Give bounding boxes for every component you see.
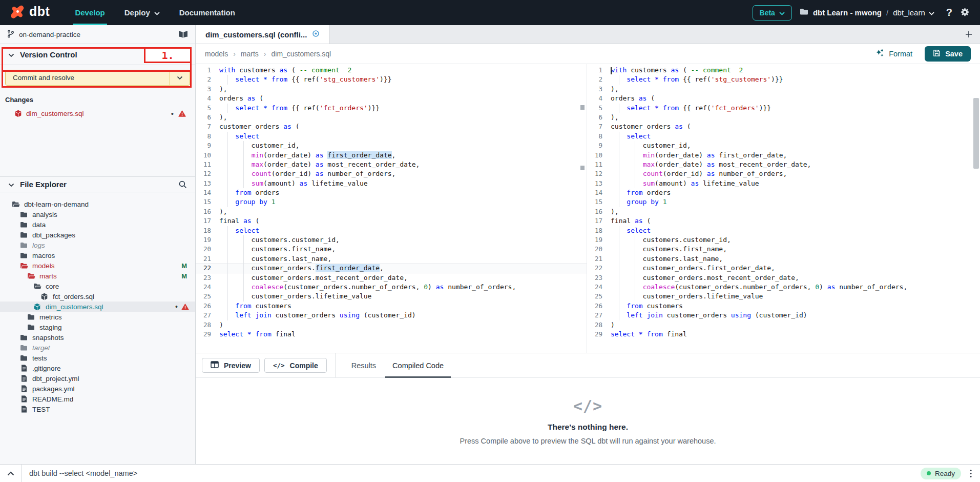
search-icon[interactable] (178, 180, 187, 189)
tree-item[interactable]: dbt-learn-on-demand (0, 199, 195, 209)
code-line[interactable]: 18 select (587, 226, 980, 235)
code-line[interactable]: 22 customer_orders.first_order_date, (587, 264, 980, 273)
code-line[interactable]: 10 min(order_date) as first_order_date, (196, 151, 587, 160)
code-line[interactable]: 25 customer_orders.lifetime_value (587, 292, 980, 301)
tree-item[interactable]: README.md (0, 394, 195, 404)
tree-item[interactable]: analysis (0, 209, 195, 219)
tree-item[interactable]: TEST (0, 404, 195, 414)
new-tab-plus-icon[interactable] (965, 31, 972, 38)
code-line[interactable]: 24 coalesce(customer_orders.number_of_or… (587, 283, 980, 292)
code-line[interactable]: 5 select * from {{ ref('fct_orders')}} (196, 104, 587, 113)
editor-tab-dim-customers[interactable]: dim_customers.sql (confli... (196, 25, 330, 44)
command-input[interactable]: dbt build --select <model_name> (29, 469, 137, 477)
code-line[interactable]: 11 max(order_date) as most_recent_order_… (587, 160, 980, 169)
code-line[interactable]: 29select * from final (587, 330, 980, 339)
tree-item[interactable]: metrics (0, 312, 195, 322)
nav-item-documentation[interactable]: Documentation (170, 0, 245, 25)
tree-item[interactable]: fct_orders.sql (0, 291, 195, 302)
tree-item[interactable]: martsM (0, 271, 195, 281)
code-line[interactable]: 7customer_orders as ( (196, 122, 587, 131)
tree-item[interactable]: snapshots (0, 332, 195, 343)
code-line[interactable]: 1with customers as ( -- comment 2 (587, 66, 980, 75)
code-line[interactable]: 21 customers.last_name, (196, 254, 587, 264)
code-line[interactable]: 27 left join customer_orders using (cust… (587, 311, 980, 320)
code-line[interactable]: 29select * from final (196, 330, 587, 339)
git-branch-row[interactable]: on-demand-practice (0, 25, 195, 44)
file-explorer-header[interactable]: File Explorer (0, 176, 195, 192)
tree-item[interactable]: tests (0, 353, 195, 363)
tree-item[interactable]: staging (0, 322, 195, 332)
code-line[interactable]: 4orders as ( (196, 94, 587, 103)
settings-gear-icon[interactable] (960, 8, 970, 17)
nav-item-develop[interactable]: Develop (65, 0, 114, 25)
code-line[interactable]: 9 customer_id, (587, 141, 980, 150)
code-line[interactable]: 17final as ( (587, 216, 980, 226)
code-line[interactable]: 24 coalesce(customer_orders.number_of_or… (196, 283, 587, 292)
code-line[interactable]: 6), (587, 113, 980, 122)
preview-button[interactable]: Preview (202, 358, 260, 373)
code-line[interactable]: 27 left join customer_orders using (cust… (196, 311, 587, 320)
help-button[interactable]: ? (946, 7, 952, 18)
account-name[interactable]: dbt Learn - mwong (813, 8, 882, 17)
tree-item[interactable]: data (0, 219, 195, 230)
code-line[interactable]: 8 select (587, 132, 980, 141)
breadcrumb-item[interactable]: marts (241, 50, 259, 58)
dbt-logo[interactable]: dbt (10, 4, 50, 21)
tab-compiled-code[interactable]: Compiled Code (384, 353, 452, 378)
code-line[interactable]: 23 customer_orders.most_recent_order_dat… (587, 273, 980, 283)
tree-item[interactable]: modelsM (0, 260, 195, 271)
code-line[interactable]: 4orders as ( (587, 94, 980, 103)
code-line[interactable]: 26 from customers (587, 302, 980, 311)
code-line[interactable]: 18 select (196, 226, 587, 235)
code-line[interactable]: 13 sum(amount) as lifetime_value (196, 179, 587, 188)
breadcrumb-item[interactable]: dim_customers.sql (271, 50, 331, 58)
code-line[interactable]: 3), (196, 85, 587, 94)
editor-pane-left[interactable]: 1with customers as ( -- comment 22 selec… (196, 64, 587, 353)
editor-pane-right[interactable]: 1with customers as ( -- comment 22 selec… (587, 64, 980, 353)
tree-item[interactable]: macros (0, 250, 195, 260)
code-line[interactable]: 9 customer_id, (196, 141, 587, 150)
compile-button[interactable]: </> Compile (264, 358, 327, 373)
code-line[interactable]: 20 customers.first_name, (196, 245, 587, 254)
code-line[interactable]: 2 select * from {{ ref('stg_customers')}… (196, 75, 587, 84)
format-button[interactable]: Format (875, 49, 912, 59)
code-line[interactable]: 15 group by 1 (196, 197, 587, 207)
code-line[interactable]: 23 customer_orders.most_recent_order_dat… (196, 273, 587, 283)
docs-book-icon[interactable] (178, 31, 188, 38)
commit-and-resolve-button[interactable]: Commit and resolve (5, 70, 190, 86)
code-line[interactable]: 19 customers.customer_id, (587, 235, 980, 245)
tree-item[interactable]: logs (0, 240, 195, 250)
save-button[interactable]: Save (925, 46, 971, 62)
code-line[interactable]: 26 from customers (196, 302, 587, 311)
code-line[interactable]: 6), (196, 113, 587, 122)
code-line[interactable]: 17final as ( (196, 216, 587, 226)
tree-item[interactable]: core (0, 281, 195, 291)
code-line[interactable]: 12 count(order_id) as number_of_orders, (587, 169, 980, 178)
code-line[interactable]: 3), (587, 85, 980, 94)
tree-item[interactable]: dbt_packages (0, 230, 195, 240)
code-line[interactable]: 14 from orders (196, 188, 587, 197)
code-line[interactable]: 15 group by 1 (587, 197, 980, 207)
code-line[interactable]: 5 select * from {{ ref('fct_orders')}} (587, 104, 980, 113)
code-line[interactable]: 20 customers.first_name, (587, 245, 980, 254)
code-line[interactable]: 28) (196, 320, 587, 330)
code-line[interactable]: 22 customer_orders.first_order_date, (196, 264, 587, 273)
code-line[interactable]: 16), (587, 207, 980, 216)
project-dropdown[interactable]: dbt_learn (893, 8, 934, 17)
beta-dropdown[interactable]: Beta (753, 5, 792, 21)
code-line[interactable]: 14 from orders (587, 188, 980, 197)
nav-item-deploy[interactable]: Deploy (115, 0, 170, 25)
code-line[interactable]: 8 select (196, 132, 587, 141)
code-line[interactable]: 19 customers.customer_id, (196, 235, 587, 245)
tree-item[interactable]: dim_customers.sql• (0, 302, 195, 312)
code-line[interactable]: 11 max(order_date) as most_recent_order_… (196, 160, 587, 169)
code-line[interactable]: 10 min(order_date) as first_order_date, (587, 151, 980, 160)
code-line[interactable]: 1with customers as ( -- comment 2 (196, 66, 587, 75)
code-line[interactable]: 2 select * from {{ ref('stg_customers')}… (587, 75, 980, 84)
code-line[interactable]: 13 sum(amount) as lifetime_value (587, 179, 980, 188)
tree-item[interactable]: dbt_project.yml (0, 373, 195, 384)
chevron-up-icon[interactable] (7, 471, 14, 476)
tab-results[interactable]: Results (343, 353, 384, 378)
code-line[interactable]: 16), (196, 207, 587, 216)
code-line[interactable]: 28) (587, 320, 980, 330)
